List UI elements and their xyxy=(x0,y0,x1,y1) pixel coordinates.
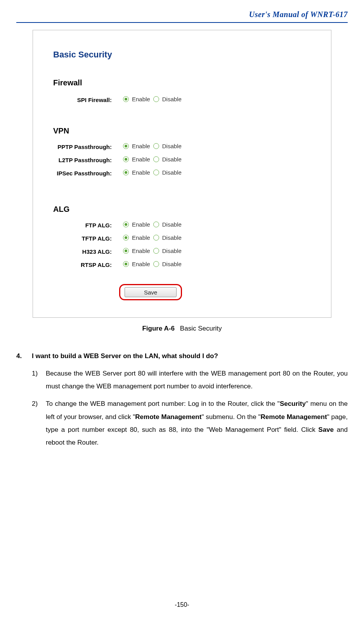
header-rule xyxy=(16,22,348,23)
option-enable: Enable xyxy=(132,143,150,149)
option-disable: Disable xyxy=(162,156,182,163)
radio-spi-enable[interactable] xyxy=(123,96,129,102)
section-title-firewall: Firewall xyxy=(53,78,82,87)
radio-pptp-enable[interactable] xyxy=(123,143,129,149)
radio-h323-disable[interactable] xyxy=(153,248,159,254)
screenshot-basic-security: Basic Security Firewall SPI Firewall: En… xyxy=(33,30,331,318)
option-enable: Enable xyxy=(132,156,150,163)
section-title-alg: ALG xyxy=(53,205,69,214)
label-pptp: PPTP Passthrough: xyxy=(57,144,112,150)
option-enable: Enable xyxy=(132,248,150,254)
label-tftp-alg: TFTP ALG: xyxy=(82,235,112,242)
row-spi-firewall: SPI Firewall: Enable Disable xyxy=(33,96,331,107)
radio-pptp-disable[interactable] xyxy=(153,143,159,149)
row-rtsp-alg: RTSP ALG: Enable Disable xyxy=(33,261,331,272)
radio-h323-enable[interactable] xyxy=(123,248,129,254)
faq-question: I want to build a WEB Server on the LAN,… xyxy=(32,350,218,362)
radio-ftp-enable[interactable] xyxy=(123,222,129,227)
label-l2tp: L2TP Passthrough: xyxy=(59,157,112,163)
row-pptp: PPTP Passthrough: Enable Disable xyxy=(33,143,331,154)
row-l2tp: L2TP Passthrough: Enable Disable xyxy=(33,156,331,167)
step-1-num: 1) xyxy=(32,367,46,393)
row-h323-alg: H323 ALG: Enable Disable xyxy=(33,248,331,258)
step-2-bold4: Save xyxy=(318,426,334,433)
label-ipsec: IPSec Passthrough: xyxy=(57,170,112,177)
label-h323-alg: H323 ALG: xyxy=(82,248,112,255)
page-header-title: User's Manual of WNRT-617 xyxy=(16,8,348,22)
radio-l2tp-disable[interactable] xyxy=(153,156,159,162)
step-2-bold3: Remote Management xyxy=(261,413,327,421)
option-enable: Enable xyxy=(132,234,150,241)
option-disable: Disable xyxy=(162,234,182,241)
radio-tftp-enable[interactable] xyxy=(123,235,129,241)
step-2-num: 2) xyxy=(32,397,46,449)
option-disable: Disable xyxy=(162,248,182,254)
save-highlight-box: Save xyxy=(119,284,182,300)
option-disable: Disable xyxy=(162,221,182,228)
section-title-vpn: VPN xyxy=(53,126,69,135)
step-2-text: To change the WEB management port number… xyxy=(46,397,348,449)
step-2-bold1: Security xyxy=(280,400,306,407)
step-2-pre1: To change the WEB management port number… xyxy=(46,400,280,407)
label-rtsp-alg: RTSP ALG: xyxy=(81,262,112,268)
figure-caption: Figure A-6Basic Security xyxy=(33,325,331,333)
radio-ipsec-enable[interactable] xyxy=(123,170,129,175)
radio-l2tp-enable[interactable] xyxy=(123,156,129,162)
page-number: -150- xyxy=(0,601,364,608)
row-ipsec: IPSec Passthrough: Enable Disable xyxy=(33,169,331,180)
option-disable: Disable xyxy=(162,96,182,102)
faq-section: 4. I want to build a WEB Server on the L… xyxy=(16,350,348,449)
option-enable: Enable xyxy=(132,96,150,102)
step-2-mid2: " submenu. On the " xyxy=(201,413,260,421)
step-1-text: Because the WEB Server port 80 will inte… xyxy=(46,367,348,393)
option-enable: Enable xyxy=(132,221,150,228)
option-disable: Disable xyxy=(162,169,182,176)
figure-caption-text: Basic Security xyxy=(180,325,222,332)
figure-container: Basic Security Firewall SPI Firewall: En… xyxy=(33,30,331,333)
radio-spi-disable[interactable] xyxy=(153,96,159,102)
label-ftp-alg: FTP ALG: xyxy=(85,222,112,229)
option-disable: Disable xyxy=(162,143,182,149)
figure-label: Figure A-6 xyxy=(142,325,174,332)
radio-ftp-disable[interactable] xyxy=(153,222,159,227)
row-ftp-alg: FTP ALG: Enable Disable xyxy=(33,221,331,232)
step-2-bold2: Remote Management xyxy=(135,413,201,421)
radio-tftp-disable[interactable] xyxy=(153,235,159,241)
radio-rtsp-disable[interactable] xyxy=(153,261,159,267)
option-enable: Enable xyxy=(132,261,150,267)
save-button[interactable]: Save xyxy=(125,287,177,297)
faq-number: 4. xyxy=(16,350,32,362)
option-enable: Enable xyxy=(132,169,150,176)
label-spi-firewall: SPI Firewall: xyxy=(77,97,112,103)
panel-title: Basic Security xyxy=(53,50,112,60)
radio-rtsp-enable[interactable] xyxy=(123,261,129,267)
row-tftp-alg: TFTP ALG: Enable Disable xyxy=(33,234,331,245)
radio-ipsec-disable[interactable] xyxy=(153,170,159,175)
option-disable: Disable xyxy=(162,261,182,267)
